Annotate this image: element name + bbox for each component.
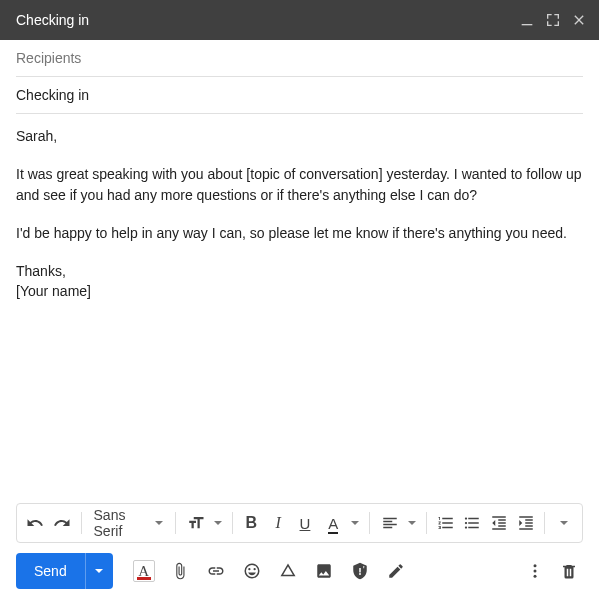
font-family-select[interactable]: Sans Serif bbox=[88, 509, 170, 537]
compose-bottom-bar: Send A bbox=[0, 553, 599, 605]
minimize-icon[interactable] bbox=[519, 12, 535, 28]
svg-rect-0 bbox=[522, 24, 533, 25]
compose-fields: Recipients Checking in bbox=[0, 40, 599, 114]
chevron-down-icon bbox=[347, 509, 363, 537]
send-group: Send bbox=[16, 553, 113, 589]
window-controls bbox=[519, 12, 587, 28]
toolbar-separator bbox=[232, 512, 233, 534]
close-icon[interactable] bbox=[571, 12, 587, 28]
send-button[interactable]: Send bbox=[16, 553, 85, 589]
font-size-control[interactable] bbox=[182, 509, 226, 537]
align-control[interactable] bbox=[376, 509, 420, 537]
insert-emoji-button[interactable] bbox=[237, 557, 267, 585]
formatting-toolbar: Sans Serif B I U A bbox=[16, 503, 583, 543]
text-color-icon: A bbox=[319, 509, 347, 537]
recipients-field[interactable]: Recipients bbox=[16, 40, 583, 77]
compose-right-icons bbox=[521, 557, 583, 585]
undo-button[interactable] bbox=[23, 509, 48, 537]
body-paragraph: [Your name] bbox=[16, 281, 583, 301]
redo-button[interactable] bbox=[50, 509, 75, 537]
send-options-button[interactable] bbox=[85, 553, 113, 589]
toolbar-separator bbox=[81, 512, 82, 534]
svg-point-4 bbox=[534, 575, 537, 578]
underline-button[interactable]: U bbox=[293, 509, 318, 537]
body-paragraph: It was great speaking with you about [to… bbox=[16, 164, 583, 205]
chevron-down-icon bbox=[95, 569, 103, 573]
font-size-icon bbox=[182, 509, 210, 537]
chevron-down-icon bbox=[404, 509, 420, 537]
bold-button[interactable]: B bbox=[239, 509, 264, 537]
more-formatting-button[interactable] bbox=[551, 509, 576, 537]
body-paragraph: Sarah, bbox=[16, 126, 583, 146]
attach-file-button[interactable] bbox=[165, 557, 195, 585]
compose-action-icons: A bbox=[129, 557, 411, 585]
font-family-label: Sans Serif bbox=[94, 507, 150, 539]
formatting-toggle-button[interactable]: A bbox=[129, 557, 159, 585]
italic-button[interactable]: I bbox=[266, 509, 291, 537]
toolbar-separator bbox=[426, 512, 427, 534]
indent-increase-button[interactable] bbox=[514, 509, 539, 537]
svg-point-2 bbox=[534, 564, 537, 567]
insert-link-button[interactable] bbox=[201, 557, 231, 585]
message-body[interactable]: Sarah, It was great speaking with you ab… bbox=[0, 114, 599, 503]
compose-header: Checking in bbox=[0, 0, 599, 40]
align-left-icon bbox=[376, 509, 404, 537]
text-color-control[interactable]: A bbox=[319, 509, 363, 537]
chevron-down-icon bbox=[210, 509, 226, 537]
insert-photo-button[interactable] bbox=[309, 557, 339, 585]
expand-icon[interactable] bbox=[545, 12, 561, 28]
discard-draft-button[interactable] bbox=[555, 557, 583, 585]
bulleted-list-button[interactable] bbox=[460, 509, 485, 537]
toolbar-separator bbox=[369, 512, 370, 534]
toolbar-separator bbox=[544, 512, 545, 534]
insert-drive-button[interactable] bbox=[273, 557, 303, 585]
body-paragraph: Thanks, bbox=[16, 261, 583, 281]
svg-point-3 bbox=[534, 570, 537, 573]
indent-decrease-button[interactable] bbox=[487, 509, 512, 537]
confidential-mode-button[interactable] bbox=[345, 557, 375, 585]
numbered-list-button[interactable] bbox=[433, 509, 458, 537]
subject-field[interactable]: Checking in bbox=[16, 77, 583, 114]
insert-signature-button[interactable] bbox=[381, 557, 411, 585]
toolbar-separator bbox=[175, 512, 176, 534]
chevron-down-icon bbox=[155, 521, 163, 525]
compose-title: Checking in bbox=[16, 12, 519, 28]
more-options-button[interactable] bbox=[521, 557, 549, 585]
body-paragraph: I'd be happy to help in any way I can, s… bbox=[16, 223, 583, 243]
